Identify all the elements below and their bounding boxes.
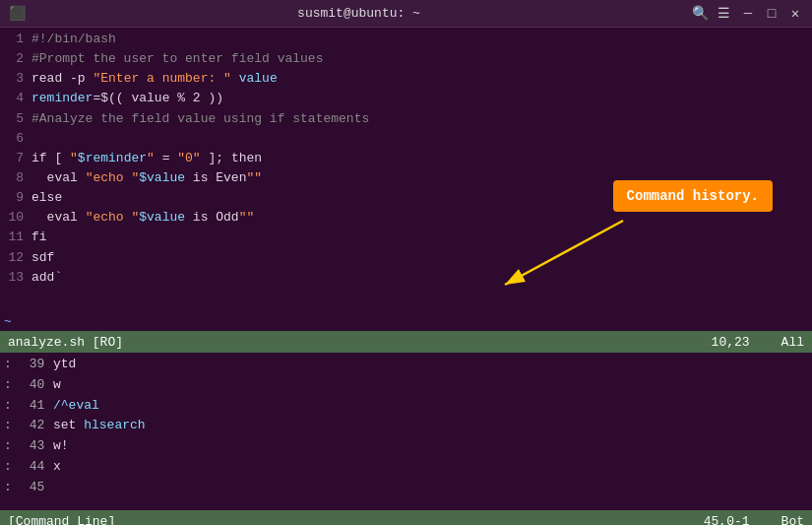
code-line-6: 6 bbox=[0, 129, 812, 149]
minimize-button[interactable]: ─ bbox=[739, 5, 757, 23]
hist-content: x bbox=[53, 457, 61, 478]
statusbar-filename: analyze.sh [RO] bbox=[8, 335, 123, 350]
code-line-2: 2 #Prompt the user to enter field values bbox=[0, 49, 812, 69]
line-number: 3 bbox=[4, 69, 24, 89]
line-number: 9 bbox=[4, 188, 24, 208]
command-history-panel: : 39 ytd : 40 w : 41 /^eval : 42 set hls… bbox=[0, 353, 812, 510]
cmdline-status-bar: [Command Line] 45,0-1 Bot bbox=[0, 510, 812, 525]
line-number: 6 bbox=[4, 129, 24, 149]
hist-content: ytd bbox=[53, 355, 76, 375]
code-line-1: 1 #!/bin/bash bbox=[0, 30, 812, 49]
line-number: 1 bbox=[4, 30, 24, 49]
line-number: 13 bbox=[4, 268, 24, 288]
menu-button[interactable]: ☰ bbox=[716, 5, 733, 23]
line-content: add` bbox=[31, 268, 62, 288]
line-number: 12 bbox=[4, 248, 24, 268]
search-button[interactable]: 🔍 bbox=[692, 5, 710, 23]
hist-line-42: : 42 set hlsearch bbox=[0, 416, 812, 436]
code-line-13: 13 add` bbox=[0, 268, 812, 288]
code-line-4: 4 reminder=$(( value % 2 )) bbox=[0, 89, 812, 108]
line-number: 11 bbox=[4, 228, 24, 247]
tilde-line: ~ bbox=[0, 313, 812, 331]
hist-content: /^eval bbox=[53, 396, 99, 417]
cmdline-scroll: Bot bbox=[781, 514, 804, 526]
hist-content: w! bbox=[53, 436, 69, 457]
line-number: 7 bbox=[4, 149, 24, 168]
window-title: susmit@ubuntu: ~ bbox=[297, 6, 420, 21]
code-line-5: 5 #Analyze the field value using if stat… bbox=[0, 109, 812, 129]
close-button[interactable]: ✕ bbox=[786, 5, 804, 23]
line-number: 2 bbox=[4, 49, 24, 69]
cmdline-position: 45,0-1 bbox=[704, 514, 750, 526]
line-content: sdf bbox=[31, 248, 54, 268]
hist-line-41: : 41 /^eval bbox=[0, 396, 812, 417]
titlebar: ⬛ susmit@ubuntu: ~ 🔍 ☰ ─ □ ✕ bbox=[0, 0, 812, 28]
line-content: eval "echo "$value is Even"" bbox=[31, 168, 262, 188]
code-line-12: 12 sdf bbox=[0, 248, 812, 268]
terminal-icon: ⬛ bbox=[8, 5, 26, 23]
code-line-11: 11 fi bbox=[0, 228, 812, 247]
statusbar-scroll: All bbox=[781, 335, 804, 350]
line-content: #Prompt the user to enter field values bbox=[31, 49, 323, 69]
hist-content: w bbox=[53, 375, 61, 396]
annotation-tooltip: Command history. bbox=[613, 180, 773, 212]
line-content: #!/bin/bash bbox=[31, 30, 116, 49]
statusbar-position: 10,23 bbox=[712, 335, 750, 350]
hist-content: set hlsearch bbox=[53, 416, 146, 436]
code-line-7: 7 if [ "$reminder" = "0" ]; then bbox=[0, 149, 812, 168]
annotation-overlay: Command history. bbox=[613, 180, 773, 212]
line-number: 4 bbox=[4, 89, 24, 108]
line-content: #Analyze the field value using if statem… bbox=[31, 109, 369, 129]
line-content: fi bbox=[31, 228, 47, 247]
cmdline-label: [Command Line] bbox=[8, 514, 115, 526]
status-bar: analyze.sh [RO] 10,23 All bbox=[0, 331, 812, 353]
hist-line-39: : 39 ytd bbox=[0, 355, 812, 375]
line-content: read -p "Enter a number: " value bbox=[31, 69, 278, 89]
hist-line-40: : 40 w bbox=[0, 375, 812, 396]
window-controls: 🔍 ☰ ─ □ ✕ bbox=[692, 5, 804, 23]
hist-line-44: : 44 x bbox=[0, 457, 812, 478]
line-number: 8 bbox=[4, 168, 24, 188]
line-number: 10 bbox=[4, 208, 24, 228]
line-content: else bbox=[31, 188, 62, 208]
code-editor: 1 #!/bin/bash 2 #Prompt the user to ente… bbox=[0, 28, 812, 313]
code-line-3: 3 read -p "Enter a number: " value bbox=[0, 69, 812, 89]
hist-line-45: : 45 bbox=[0, 478, 812, 498]
maximize-button[interactable]: □ bbox=[763, 5, 781, 23]
line-content: if [ "$reminder" = "0" ]; then bbox=[31, 149, 262, 168]
hist-line-43: : 43 w! bbox=[0, 436, 812, 457]
line-content: eval "echo "$value is Odd"" bbox=[31, 208, 254, 228]
line-number: 5 bbox=[4, 109, 24, 129]
line-content: reminder=$(( value % 2 )) bbox=[31, 89, 223, 108]
